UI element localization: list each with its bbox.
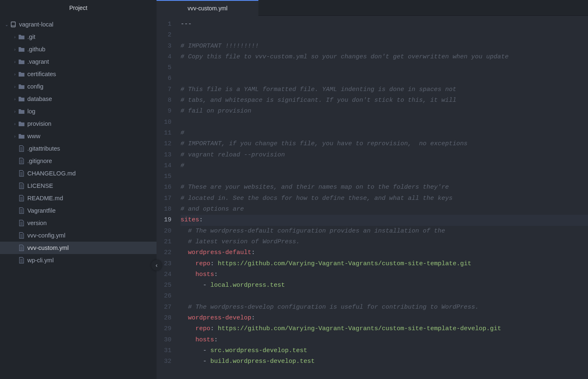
tree-item-label: README.md	[27, 195, 63, 201]
line-number: 30	[157, 335, 171, 345]
code-line[interactable]: # The wordpress-develop configuration is…	[181, 302, 588, 313]
code-line[interactable]: #	[181, 161, 588, 171]
tree-folder-certificates[interactable]: ›certificates	[0, 68, 157, 80]
tree-file-vvv-custom-yml[interactable]: vvv-custom.yml	[0, 242, 157, 254]
tree-file--gitignore[interactable]: .gitignore	[0, 155, 157, 167]
tree-file-readme-md[interactable]: README.md	[0, 192, 157, 204]
code-line[interactable]	[181, 30, 588, 41]
tree-folder--git[interactable]: ›.git	[0, 31, 157, 43]
code-line[interactable]	[181, 291, 588, 302]
line-number: 24	[157, 269, 171, 280]
file-icon	[17, 158, 26, 164]
tab-bar-empty[interactable]	[258, 0, 588, 16]
editor-area: vvv-custom.yml 1234567891011121314151617…	[157, 0, 588, 379]
tree-item-label: log	[27, 108, 35, 115]
code-line[interactable]: # tabs, and whitespace is significant. I…	[181, 95, 588, 106]
collapse-sidebar-handle[interactable]: ‹	[151, 260, 162, 271]
code-content[interactable]: --- # IMPORTANT !!!!!!!!!# Copy this fil…	[177, 16, 588, 379]
line-number: 12	[157, 139, 171, 149]
code-line[interactable]	[181, 171, 588, 182]
code-line[interactable]: #	[181, 128, 588, 139]
code-line[interactable]: ---	[181, 19, 588, 30]
tree-file-version[interactable]: version	[0, 217, 157, 229]
folder-icon	[17, 71, 26, 77]
line-number: 2	[157, 30, 171, 41]
sidebar: Project ⌄ vagrant-local ›.git›.github›.v…	[0, 0, 157, 379]
code-line[interactable]: # IMPORTANT, if you change this file, yo…	[181, 139, 588, 149]
file-icon	[17, 182, 26, 189]
line-number: 11	[157, 128, 171, 139]
line-number: 4	[157, 52, 171, 62]
folder-icon	[17, 96, 26, 102]
file-icon	[17, 195, 26, 201]
code-line[interactable]: # fail on provision	[181, 106, 588, 117]
chevron-right-icon: ›	[12, 35, 17, 39]
tree-folder--github[interactable]: ›.github	[0, 43, 157, 55]
tree-folder-database[interactable]: ›database	[0, 93, 157, 105]
tree-file-changelog-md[interactable]: CHANGELOG.md	[0, 167, 157, 180]
editor-body[interactable]: 1234567891011121314151617181920212223242…	[157, 16, 588, 379]
sidebar-title: Project	[0, 0, 157, 16]
tree-item-label: Vagrantfile	[27, 207, 55, 214]
code-line[interactable]: wordpress-default:	[181, 247, 588, 258]
line-number: 14	[157, 161, 171, 171]
tree-item-label: vvv-custom.yml	[27, 245, 69, 251]
tree-folder--vagrant[interactable]: ›.vagrant	[0, 55, 157, 68]
line-number: 32	[157, 356, 171, 367]
file-icon	[17, 257, 26, 264]
code-line[interactable]	[181, 117, 588, 128]
folder-icon	[17, 84, 26, 89]
tree-root[interactable]: ⌄ vagrant-local	[0, 18, 157, 31]
code-line[interactable]: # This file is a YAML formatted file. YA…	[181, 84, 588, 95]
code-line[interactable]: # vagrant reload --provision	[181, 150, 588, 161]
tree-folder-config[interactable]: ›config	[0, 80, 157, 93]
line-number: 29	[157, 324, 171, 334]
line-number: 19	[157, 215, 171, 225]
repo-icon	[9, 21, 17, 28]
tree-item-label: www	[27, 133, 40, 139]
chevron-right-icon: ›	[12, 60, 17, 64]
line-number: 25	[157, 280, 171, 291]
code-line[interactable]: repo: https://github.com/Varying-Vagrant…	[181, 324, 588, 334]
code-line[interactable]: # and options are	[181, 204, 588, 215]
code-line[interactable]: # located in. See the docs for how to de…	[181, 193, 588, 204]
chevron-right-icon: ›	[12, 72, 17, 77]
tree-folder-log[interactable]: ›log	[0, 105, 157, 118]
code-line[interactable]: - src.wordpress-develop.test	[181, 345, 588, 356]
code-line[interactable]: hosts:	[181, 269, 588, 280]
line-number: 7	[157, 84, 171, 95]
line-number: 20	[157, 226, 171, 237]
chevron-right-icon: ›	[12, 47, 17, 52]
code-line[interactable]: - local.wordpress.test	[181, 280, 588, 291]
line-number: 6	[157, 73, 171, 84]
tree-file--gitattributes[interactable]: .gitattributes	[0, 142, 157, 155]
tree-file-license[interactable]: LICENSE	[0, 180, 157, 192]
file-tree: ⌄ vagrant-local ›.git›.github›.vagrant›c…	[0, 16, 157, 379]
code-line[interactable]: wordpress-develop:	[181, 313, 588, 324]
code-line[interactable]: # latest version of WordPress.	[181, 237, 588, 247]
folder-icon	[17, 34, 26, 40]
code-line[interactable]: sites:	[181, 215, 588, 225]
code-line[interactable]	[181, 73, 588, 84]
tree-item-label: database	[27, 96, 52, 102]
svg-rect-0	[11, 22, 15, 27]
tree-file-vagrantfile[interactable]: Vagrantfile	[0, 204, 157, 217]
code-line[interactable]: # These are your websites, and their nam…	[181, 182, 588, 193]
code-line[interactable]: # Copy this file to vvv-custom.yml so yo…	[181, 52, 588, 62]
tree-file-vvv-config-yml[interactable]: vvv-config.yml	[0, 229, 157, 242]
tree-item-label: vvv-config.yml	[27, 232, 65, 239]
code-line[interactable]: - build.wordpress-develop.test	[181, 356, 588, 367]
code-line[interactable]: repo: https://github.com/Varying-Vagrant…	[181, 259, 588, 269]
tree-folder-provision[interactable]: ›provision	[0, 118, 157, 130]
tree-item-label: config	[27, 83, 43, 90]
chevron-left-icon: ‹	[156, 262, 158, 269]
tab-active[interactable]: vvv-custom.yml	[157, 0, 258, 16]
tree-file-wp-cli-yml[interactable]: wp-cli.yml	[0, 254, 157, 266]
tree-folder-www[interactable]: ›www	[0, 130, 157, 142]
code-line[interactable]	[181, 62, 588, 73]
chevron-right-icon: ›	[12, 122, 17, 126]
code-line[interactable]: hosts:	[181, 335, 588, 345]
code-line[interactable]: # IMPORTANT !!!!!!!!!	[181, 41, 588, 52]
code-line[interactable]: # The wordpress-default configuration pr…	[181, 226, 588, 237]
tree-item-label: .github	[27, 46, 46, 53]
